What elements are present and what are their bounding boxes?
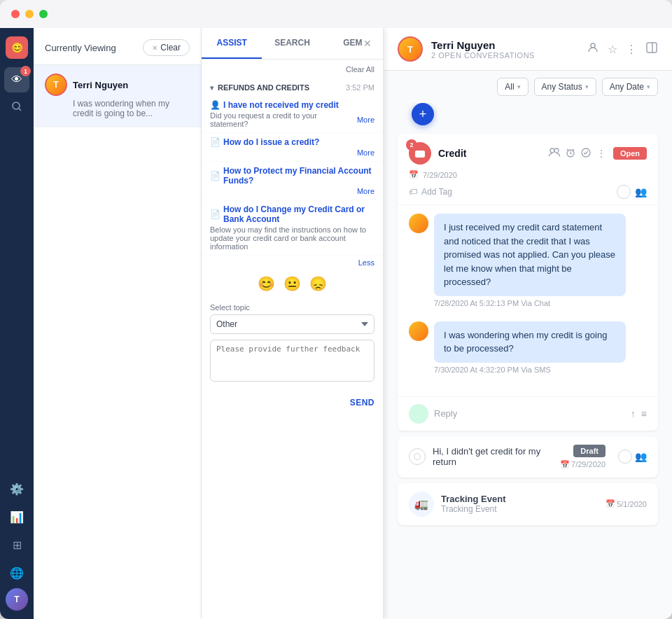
assist-close-button[interactable]: ✕ [360, 36, 374, 50]
tag-actions: 👥 [617, 185, 647, 199]
filter-status-arrow: ▾ [585, 83, 589, 90]
draft-assign-check[interactable] [618, 450, 632, 464]
maximize-dot[interactable] [39, 10, 48, 18]
assist-item-title-1: 👤 I have not received my credit [210, 100, 374, 110]
alarm-icon[interactable] [566, 148, 575, 160]
group-icon[interactable] [549, 148, 560, 160]
sidebar-item-eye[interactable]: 👁 1 [4, 67, 29, 92]
assist-section-header: ▾ REFUNDS AND CREDITS 3:52 PM [202, 79, 383, 96]
more-link-2[interactable]: More [357, 148, 374, 157]
conv-item-header: T Terri Nguyen [45, 74, 190, 96]
sidebar-item-reports[interactable]: 📊 [4, 504, 29, 529]
draft-conversation-card[interactable]: Hi, I didn't get credit for my return Dr… [398, 436, 658, 478]
user-avatar-nav[interactable]: T [6, 588, 28, 611]
clear-all-button[interactable]: Clear All [202, 60, 383, 79]
more-options-icon[interactable]: ⋮ [626, 43, 637, 56]
tag-area: 🏷 Add Tag 👥 [398, 182, 658, 204]
assist-item-3[interactable]: 📄 How to Protect my Financial Account Fu… [202, 162, 383, 200]
sidebar-item-globe[interactable]: 🌐 [4, 560, 29, 585]
topic-select[interactable]: Other Billing Technical General [210, 314, 374, 334]
eye-icon: 👁 [11, 74, 22, 86]
filters-bar: All ▾ Any Status ▾ Any Date ▾ [384, 71, 672, 103]
assist-body: Clear All ▾ REFUNDS AND CREDITS 3:52 PM … [202, 60, 383, 619]
svg-point-2 [591, 43, 595, 48]
assign-check[interactable] [617, 185, 631, 199]
clear-button[interactable]: ✕ Clear [143, 39, 190, 56]
open-badge: Open [613, 147, 647, 160]
reports-icon: 📊 [10, 510, 24, 524]
emoji-feedback-row: 😊 😐 😞 [202, 270, 383, 298]
assist-item-2[interactable]: 📄 How do I issue a credit? More [202, 133, 383, 162]
tag-placeholder[interactable]: Add Tag [421, 187, 452, 197]
svg-point-10 [582, 148, 590, 157]
more-link-1[interactable]: More [357, 116, 374, 124]
contact-sub: 2 Open Conversations [431, 51, 578, 60]
draft-check-circle[interactable] [409, 448, 426, 465]
assign-icon[interactable]: 👥 [635, 186, 647, 197]
assist-item-4[interactable]: 📄 How do I Change my Credit Card or Bank… [202, 200, 383, 256]
send-button[interactable]: SEND [350, 398, 374, 408]
currently-viewing-label: Currently Viewing [45, 43, 116, 53]
draft-badge: Draft [573, 445, 606, 457]
app-window: 😊 👁 1 ⚙️ 📊 ⊞ [0, 0, 672, 619]
filter-date-arrow: ▾ [647, 83, 650, 90]
tracking-content: Tracking Event Tracking Event [441, 494, 598, 514]
filter-date-button[interactable]: Any Date ▾ [602, 78, 658, 96]
emoji-neutral[interactable]: 😐 [284, 275, 301, 292]
check-icon[interactable] [581, 148, 591, 160]
filter-status-button[interactable]: Any Status ▾ [534, 78, 596, 96]
emoji-happy[interactable]: 😊 [258, 275, 275, 292]
tracking-title: Tracking Event [441, 494, 598, 504]
add-conversation-button[interactable]: + [412, 103, 434, 125]
filter-status-label: Any Status [542, 82, 582, 92]
message-meta-1: 7/28/2020 At 5:32:13 PM Via Chat [434, 299, 647, 307]
tracking-subtitle: Tracking Event [441, 504, 598, 514]
tab-assist[interactable]: ASSIST [202, 28, 262, 59]
account-icon[interactable] [587, 41, 599, 57]
close-dot[interactable] [11, 10, 20, 18]
draft-assign-icon[interactable]: 👥 [635, 451, 647, 462]
more-link-3[interactable]: More [357, 187, 374, 195]
tracking-icon: 🚛 [409, 492, 434, 517]
document-icon-2: 📄 [210, 171, 220, 181]
reply-list-icon[interactable]: ≡ [641, 408, 647, 419]
reply-input[interactable]: Reply [434, 408, 625, 419]
credit-conversation-card[interactable]: 2 Credit [398, 134, 658, 431]
assist-item-1[interactable]: 👤 I have not received my credit Did you … [202, 96, 383, 133]
tab-search[interactable]: SEARCH [262, 28, 322, 59]
feedback-textarea[interactable] [210, 340, 374, 382]
emoji-sad[interactable]: 😞 [309, 275, 327, 292]
logo-icon: 😊 [11, 42, 23, 53]
filter-all-arrow: ▾ [517, 83, 521, 90]
x-icon: ✕ [152, 44, 158, 52]
reply-area: Reply ↑ ≡ [398, 396, 658, 431]
assist-item-title-4: 📄 How do I Change my Credit Card or Bank… [210, 204, 374, 224]
svg-rect-6 [415, 152, 425, 154]
section-title: REFUNDS AND CREDITS [218, 83, 309, 92]
filter-all-label: All [505, 82, 514, 92]
less-button[interactable]: Less [202, 256, 383, 270]
assist-panel: ASSIST SEARCH GEM ✕ Clear All ▾ REFUNDS … [202, 28, 384, 619]
message-content-2: I was wondering when my credit is going … [434, 321, 647, 382]
nav-badge: 1 [20, 66, 31, 76]
draft-right: Draft 📅 7/29/2020 [560, 445, 606, 469]
tracking-event-card[interactable]: 🚛 Tracking Event Tracking Event 📅 5/1/20… [398, 483, 658, 525]
conv-item-name: Terri Nguyen [73, 80, 128, 90]
svg-point-8 [554, 148, 559, 153]
credit-date: 7/29/2020 [423, 171, 457, 179]
conv-item-avatar: T [45, 74, 67, 96]
reply-avatar [409, 404, 428, 424]
sidebar-item-search[interactable] [4, 95, 29, 120]
filter-all-button[interactable]: All ▾ [497, 78, 528, 96]
reply-up-icon[interactable]: ↑ [631, 408, 636, 419]
panel-icon[interactable] [645, 41, 658, 57]
card-more-icon[interactable]: ⋮ [596, 148, 606, 159]
message-row-1: I just received my credit card statement… [409, 214, 647, 316]
sidebar-item-grid[interactable]: ⊞ [4, 532, 29, 557]
sidebar-item-settings[interactable]: ⚙️ [4, 476, 29, 501]
minimize-dot[interactable] [25, 10, 34, 18]
message-bubble-2: I was wondering when my credit is going … [434, 321, 626, 363]
star-icon[interactable]: ☆ [608, 43, 617, 56]
app-logo[interactable]: 😊 [6, 36, 28, 59]
conversation-list-item[interactable]: T Terri Nguyen I was wondering when my c… [34, 65, 201, 127]
